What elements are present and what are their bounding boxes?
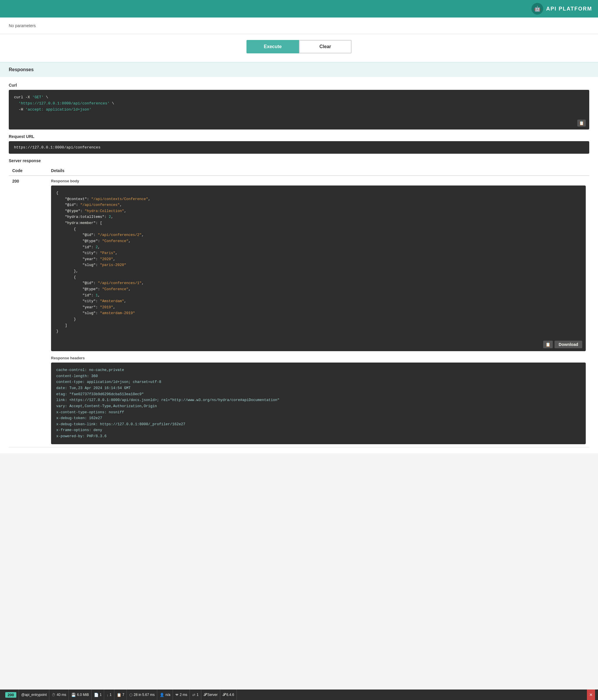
details-header: Details — [48, 166, 589, 176]
table-row: 200 Response body { "@context": "/api/co… — [9, 176, 589, 447]
curl-label: Curl — [9, 83, 589, 88]
responses-content: Curl curl -X 'GET' \ 'https://127.0.0.1:… — [0, 77, 598, 453]
request-url-block: https://127.0.0.1:8000/api/conferences — [9, 141, 589, 154]
action-buttons: Execute Clear — [0, 34, 598, 62]
server-response-label: Server response — [9, 158, 589, 163]
header-brand: 🤖 API PLATFORM — [531, 3, 592, 15]
body-actions: 📋 Download — [543, 341, 582, 348]
header: 🤖 API PLATFORM — [0, 0, 598, 18]
execute-button[interactable]: Execute — [247, 40, 299, 53]
download-button[interactable]: Download — [554, 341, 582, 348]
header-logo: 🤖 — [531, 3, 543, 15]
responses-header: Responses — [0, 62, 598, 77]
response-table: Code Details 200 Response body { "@conte… — [9, 166, 589, 447]
response-headers-value: cache-control: no-cache,private content-… — [56, 368, 279, 439]
header-title: API PLATFORM — [546, 6, 592, 12]
response-body-block: { "@context": "/api/contexts/Conference"… — [51, 185, 586, 351]
body-copy-button[interactable]: 📋 — [543, 341, 553, 348]
request-url-value: https://127.0.0.1:8000/api/conferences — [14, 145, 100, 150]
code-header: Code — [9, 166, 48, 176]
curl-copy-button[interactable]: 📋 — [577, 120, 586, 127]
logo-icon: 🤖 — [534, 5, 541, 12]
responses-title: Responses — [9, 67, 33, 72]
response-headers-block: cache-control: no-cache,private content-… — [51, 362, 586, 444]
response-code: 200 — [9, 176, 48, 447]
response-details-cell: Response body { "@context": "/api/contex… — [48, 176, 589, 447]
main-content: No parameters Execute Clear Responses Cu… — [0, 18, 598, 453]
response-headers-label: Response headers — [51, 356, 586, 360]
response-body-label: Response body — [51, 179, 586, 183]
no-params-label: No parameters — [9, 23, 36, 28]
curl-code-block: curl -X 'GET' \ 'https://127.0.0.1:8000/… — [9, 90, 589, 129]
no-params-section: No parameters — [0, 18, 598, 34]
request-url-label: Request URL — [9, 134, 589, 139]
clear-button[interactable]: Clear — [299, 40, 351, 53]
